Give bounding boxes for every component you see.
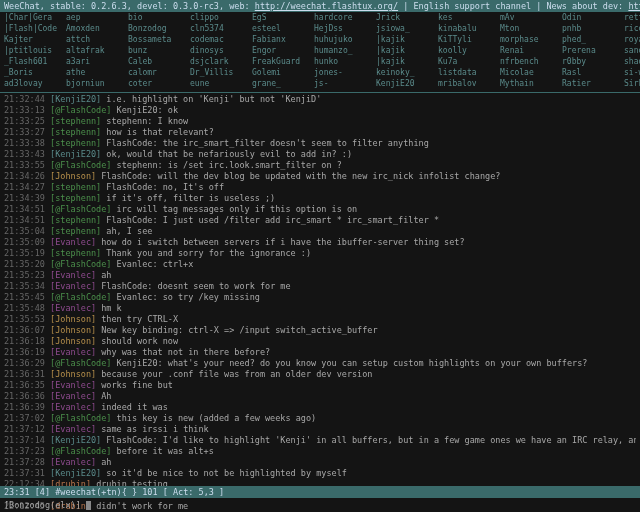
- nick: Golemi: [252, 68, 314, 77]
- chat-line: 21:33:25 [stephenn] stephenn: I know: [4, 116, 636, 127]
- message-text: how is that relevant?: [106, 127, 213, 137]
- message-text: Evanlec: ctrl+x: [117, 259, 194, 269]
- timestamp: 21:37:14: [4, 435, 50, 445]
- nick-label: [Evanlec]: [50, 402, 101, 412]
- message-text: Ah: [101, 391, 111, 401]
- status-channel: #weechat(+tn){: [55, 487, 127, 497]
- nick: athe: [66, 68, 128, 77]
- nick-label: [Evanlec]: [50, 391, 101, 401]
- message-text: ah: [101, 270, 111, 280]
- timestamp: 21:35:48: [4, 303, 50, 313]
- nick: cln5374: [190, 24, 252, 33]
- nick-label: [@FlashCode]: [50, 358, 117, 368]
- message-text: because your .conf file was from an olde…: [101, 369, 372, 379]
- timestamp: 21:35:34: [4, 281, 50, 291]
- timestamp: 21:35:09: [4, 237, 50, 247]
- nick: Ku7a: [438, 57, 500, 66]
- nick-label: [Johnson]: [50, 369, 101, 379]
- nick: attch: [66, 35, 128, 44]
- nick-label: [Evanlec]: [50, 303, 101, 313]
- nick: ricol: [624, 24, 640, 33]
- timestamp: 21:34:51: [4, 215, 50, 225]
- timestamp: 21:36:18: [4, 336, 50, 346]
- chat-line: 21:37:31 [KenjiE20] so it'd be nice to n…: [4, 468, 636, 479]
- nick: Dr_Villis: [190, 68, 252, 77]
- message-text: before it was alt+s: [117, 446, 214, 456]
- chat-line: 21:36:35 [Evanlec] works fine but: [4, 380, 636, 391]
- timestamp: 21:36:39: [4, 402, 50, 412]
- message-text: works fine but: [101, 380, 173, 390]
- nick: |Char|Gera: [4, 13, 66, 22]
- nick: Micolae: [500, 68, 562, 77]
- chat-line: 21:37:02 [@FlashCode] this key is new (a…: [4, 413, 636, 424]
- timestamp: 21:35:20: [4, 259, 50, 269]
- nick: Bonzodog: [128, 24, 190, 33]
- nick: Mythain: [500, 79, 562, 88]
- nick: |kajik: [376, 57, 438, 66]
- chat-line: 21:33:13 [@FlashCode] KenjiE20: ok: [4, 105, 636, 116]
- nick-row: KajterattchBossametacodemacFabianxhuhuju…: [4, 35, 636, 46]
- nick: aep: [66, 13, 128, 22]
- chat-line: 21:34:26 [Johnson] FlashCode: will the d…: [4, 171, 636, 182]
- nick: Ratier: [562, 79, 624, 88]
- nick: hardcore: [314, 13, 376, 22]
- chat-line: 21:35:19 [stephenn] Thank you and sorry …: [4, 248, 636, 259]
- nick: calomr: [128, 68, 190, 77]
- nick: |kajik: [376, 35, 438, 44]
- nick: sanova: [624, 46, 640, 55]
- message-text: ok, would that be nefariously evil to ad…: [106, 149, 352, 159]
- timestamp: 21:37:31: [4, 468, 50, 478]
- link-dev[interactable]: http://dev.weechat.org/: [628, 1, 640, 11]
- message-text: how do i switch between servers if i hav…: [101, 237, 464, 247]
- timestamp: 21:34:27: [4, 182, 50, 192]
- message-text: FlashCode: doesnt seem to work for me: [101, 281, 290, 291]
- nick: Caleb: [128, 57, 190, 66]
- nick: shade: [624, 57, 640, 66]
- message-text: should work now: [101, 336, 178, 346]
- nick-label: [@FlashCode]: [50, 160, 117, 170]
- nick: js-: [314, 79, 376, 88]
- nick: altafrak: [66, 46, 128, 55]
- chat-line: 21:36:07 [Johnson] New key binding: ctrl…: [4, 325, 636, 336]
- nick-label: [stephenn]: [50, 193, 106, 203]
- nick: Rasl: [562, 68, 624, 77]
- timestamp: 21:33:27: [4, 127, 50, 137]
- status-bar: 23:31 [4] #weechat(+tn){ } 101 [ Act: 5,…: [0, 486, 640, 498]
- nick: phed_: [562, 35, 624, 44]
- message-text: ah: [101, 457, 111, 467]
- timestamp: 21:35:19: [4, 248, 50, 258]
- nick: jones-: [314, 68, 376, 77]
- nick-list: |Char|GeraaepbioclippoEgShardcoreJrickke…: [0, 12, 640, 91]
- nick: nfrbench: [500, 57, 562, 66]
- chat-log: 21:32:44 [KenjiE20] i.e. highlight on 'K…: [0, 94, 640, 512]
- message-text: KenjiE20: what's your need? do you know …: [117, 358, 588, 368]
- status-nick-count: 101: [142, 487, 157, 497]
- chat-line: 21:37:23 [@FlashCode] before it was alt+…: [4, 446, 636, 457]
- timestamp: 21:33:25: [4, 116, 50, 126]
- message-text: hm k: [101, 303, 121, 313]
- timestamp: 21:36:19: [4, 347, 50, 357]
- nick-label: [@FlashCode]: [50, 204, 117, 214]
- nick: |ptitlouis: [4, 46, 66, 55]
- message-text: FlashCode: I just used /filter add irc_s…: [106, 215, 439, 225]
- nick: coter: [128, 79, 190, 88]
- timestamp: 21:37:12: [4, 424, 50, 434]
- message-text: indeed it was: [101, 402, 168, 412]
- title-bar: WeeChat, stable: 0.2.6.3, devel: 0.3.0-r…: [0, 0, 640, 12]
- timestamp: 21:33:13: [4, 105, 50, 115]
- timestamp: 21:36:31: [4, 369, 50, 379]
- nick: bunz: [128, 46, 190, 55]
- chat-line: 21:33:55 [@FlashCode] stephenn: is /set …: [4, 160, 636, 171]
- nick-label: [@FlashCode]: [50, 105, 117, 115]
- chat-line: 21:37:14 [KenjiE20] FlashCode: I'd like …: [4, 435, 636, 446]
- input-prompt: [Bonzodog(elx)]: [4, 500, 81, 510]
- link-website[interactable]: http://weechat.flashtux.org/: [255, 1, 398, 11]
- nick-label: [stephenn]: [50, 215, 106, 225]
- nick-label: [stephenn]: [50, 226, 106, 236]
- nick: KiTTyli: [438, 35, 500, 44]
- chat-line: 21:34:51 [stephenn] FlashCode: I just us…: [4, 215, 636, 226]
- nick-label: [@FlashCode]: [50, 259, 117, 269]
- nick: bjorniun: [66, 79, 128, 88]
- input-bar[interactable]: [Bonzodog(elx)]: [0, 499, 640, 511]
- timestamp: 21:35:53: [4, 314, 50, 324]
